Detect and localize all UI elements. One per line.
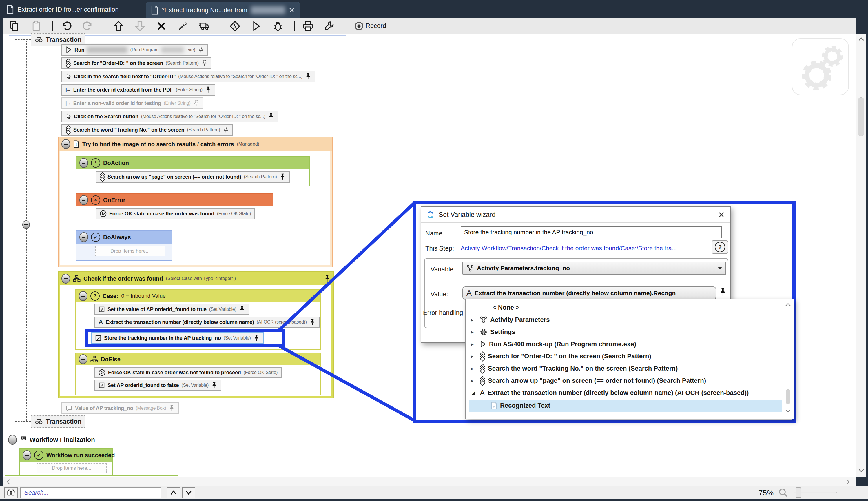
wand-button[interactable] — [176, 19, 189, 33]
collapse-icon[interactable] — [79, 291, 88, 301]
settings-wrench-button[interactable] — [323, 19, 336, 33]
vertical-scrollbar[interactable] — [856, 34, 866, 477]
step-run-program[interactable]: Run (Run Program exe) — [62, 44, 208, 56]
drop-items-placeholder[interactable]: Drop Items here... — [36, 463, 107, 473]
dialog-titlebar[interactable]: Set Variable wizard — [421, 207, 730, 223]
print-button[interactable] — [301, 19, 315, 33]
zoom-slider-thumb[interactable] — [795, 487, 801, 498]
name-input[interactable] — [461, 226, 722, 238]
step-click-search-field[interactable]: Click in the search field next to "Order… — [62, 71, 315, 82]
tree-item-search-order-id[interactable]: ▸ Search for "Order-ID: " on the screen … — [467, 350, 782, 362]
tab-order-id[interactable]: Extract order ID fro...er confirmation — [7, 2, 119, 17]
pin-filled-icon[interactable] — [205, 86, 211, 94]
pin-filled-icon[interactable] — [169, 404, 175, 412]
scroll-up-icon[interactable] — [858, 36, 865, 42]
tree-item-settings[interactable]: ▸ Settings — [467, 326, 782, 338]
tree-item-run-as400[interactable]: ▸ Run AS/400 mock-up (Run Program chrome… — [467, 338, 782, 350]
try-catch-header[interactable]: ! Try to find the image of no search res… — [58, 137, 332, 151]
pin-outline-icon[interactable] — [193, 99, 199, 107]
pin-filled-icon[interactable] — [279, 173, 286, 181]
scroll-right-icon[interactable] — [845, 479, 850, 485]
tree-item-recognized-text[interactable]: Recognized Text — [469, 399, 782, 412]
tab-tracking-no[interactable]: *Extract tracking No...der from — [146, 2, 299, 18]
pin-outline-icon[interactable] — [223, 126, 229, 134]
case-header[interactable]: ? Case: 0 = Inbound Value — [76, 290, 320, 302]
step-message-box[interactable]: Value of AP tracking_no (Message Box) — [62, 403, 179, 414]
pin-filled-icon[interactable] — [324, 275, 330, 283]
delete-button[interactable] — [155, 19, 168, 33]
value-dropdown[interactable]: A Extract the transaction number (direct… — [462, 286, 716, 300]
popup-scroll-up-icon[interactable] — [784, 302, 792, 307]
step-force-ok-found[interactable]: Force OK state in case the order was fou… — [96, 208, 255, 219]
step-click-search-button[interactable]: Click on the Search button (Mouse Action… — [62, 111, 278, 122]
redo-button[interactable] — [81, 19, 95, 33]
doalways-block[interactable]: ✓ DoAlways — [76, 230, 172, 261]
find-next-button[interactable] — [182, 487, 195, 498]
collapse-icon[interactable] — [79, 195, 88, 205]
close-dialog-icon[interactable] — [718, 211, 725, 218]
collapse-branch-button[interactable] — [22, 220, 30, 229]
pin-outline-icon[interactable] — [198, 46, 204, 54]
step-search-tracking-no[interactable]: Search the word "Tracking No." on the sc… — [62, 124, 233, 136]
find-previous-button[interactable] — [167, 487, 180, 498]
expander-collapsed-icon[interactable]: ▸ — [471, 378, 477, 384]
tree-item-none[interactable]: < None > — [467, 301, 782, 314]
select-case-header[interactable]: Check if the order was found (Select Cas… — [58, 272, 333, 285]
popup-scrollbar-thumb[interactable] — [786, 389, 790, 404]
scroll-down-icon[interactable] — [858, 468, 865, 473]
record-label[interactable]: Record — [366, 22, 386, 30]
scroll-left-icon[interactable] — [6, 479, 11, 485]
pin-filled-icon[interactable] — [309, 318, 316, 326]
pin-filled-icon[interactable] — [719, 288, 727, 297]
step-enter-nonvalid-order-id[interactable]: |→ Enter a non-valid order id for testin… — [62, 97, 204, 109]
doelse-header[interactable]: DoElse — [76, 353, 320, 365]
run-button[interactable] — [250, 19, 263, 33]
step-set-orderid-false[interactable]: Set AP orderid_found to false (Set Varia… — [95, 380, 221, 391]
finalization-header[interactable]: Workflow Finalization — [5, 433, 178, 447]
debug-button[interactable] — [271, 19, 285, 33]
move-up-button[interactable] — [112, 19, 125, 33]
pin-filled-icon[interactable] — [253, 334, 260, 342]
tree-item-activity-parameters[interactable]: ▸ Activity Parameters — [467, 314, 782, 326]
collapse-icon[interactable] — [8, 435, 17, 445]
step-set-orderid-true[interactable]: Set the value of AP orderid_found to tru… — [95, 304, 249, 315]
pin-filled-icon[interactable] — [305, 73, 311, 80]
collapse-icon[interactable] — [79, 158, 88, 168]
collapse-icon[interactable] — [62, 274, 70, 284]
expander-collapsed-icon[interactable]: ▸ — [471, 353, 477, 360]
horizontal-scrollbar[interactable] — [3, 477, 856, 486]
doalways-header[interactable]: ✓ DoAlways — [76, 231, 172, 244]
step-search-order-id[interactable]: Search for "Order-ID: " on the screen (S… — [62, 57, 211, 69]
drop-items-placeholder[interactable]: Drop Items here... — [95, 246, 165, 256]
search-input[interactable] — [20, 487, 161, 498]
paste-button[interactable] — [30, 19, 43, 33]
step-enter-order-id[interactable]: |→ Enter the order id extracted from the… — [62, 84, 215, 96]
expander-collapsed-icon[interactable]: ▸ — [471, 329, 477, 335]
step-into-button[interactable] — [228, 19, 242, 33]
vertical-scrollbar-thumb[interactable] — [858, 97, 864, 136]
transaction-node-end[interactable]: Transaction — [31, 415, 86, 428]
collapse-icon[interactable] — [79, 354, 88, 364]
find-button[interactable] — [4, 487, 18, 498]
tree-item-search-tracking-no[interactable]: ▸ Search the word "Tracking No." on the … — [467, 362, 782, 375]
doaction-header[interactable]: ! DoAction — [76, 157, 309, 169]
help-button[interactable]: ? — [712, 240, 728, 254]
copy-button[interactable] — [8, 19, 21, 33]
this-step-link[interactable]: Activity Workflow/Transaction/Check if t… — [461, 245, 707, 252]
pin-outline-icon[interactable] — [201, 60, 207, 67]
expander-collapsed-icon[interactable]: ▸ — [471, 341, 477, 347]
move-down-button[interactable] — [133, 19, 146, 33]
collapse-icon[interactable] — [62, 139, 70, 149]
deliver-button[interactable] — [198, 19, 211, 33]
step-search-arrow-up[interactable]: Search arrow up "page" on screen (== ord… — [96, 171, 290, 183]
expander-collapsed-icon[interactable]: ▸ — [471, 317, 477, 323]
collapse-icon[interactable] — [79, 232, 88, 242]
record-icon[interactable] — [352, 19, 366, 33]
tree-item-search-arrow-up[interactable]: ▸ Search arrow up "page" on screen (== o… — [467, 375, 782, 387]
step-extract-transaction-number[interactable]: A Extract the transaction number (direct… — [95, 317, 320, 328]
succeeded-header[interactable]: ✓ Workflow run succeeded — [20, 449, 112, 461]
collapse-icon[interactable] — [23, 450, 31, 460]
variable-dropdown[interactable]: Activity Parameters.tracking_no — [462, 262, 726, 275]
tree-item-extract-transaction[interactable]: ◢ A Extract the transaction number (dire… — [467, 387, 782, 399]
step-force-ok-notfound[interactable]: Force OK state in case order was not fou… — [95, 367, 282, 378]
